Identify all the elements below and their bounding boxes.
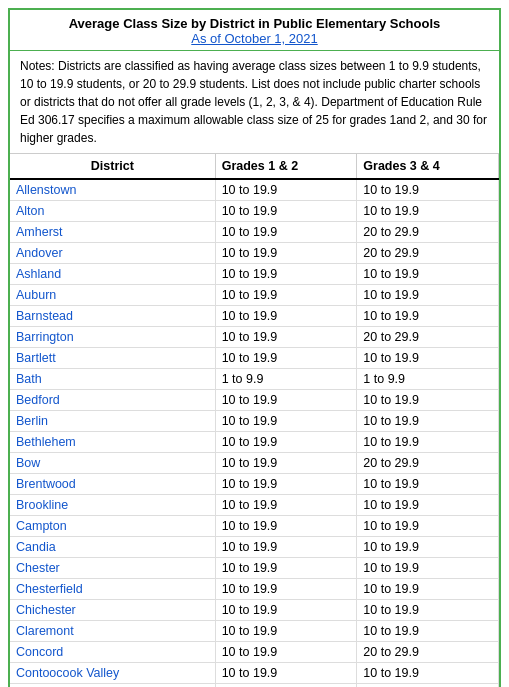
cell-district: Campton: [10, 516, 215, 537]
table-row: Amherst10 to 19.920 to 29.9: [10, 222, 499, 243]
notes-section: Notes: Districts are classified as havin…: [10, 51, 499, 154]
cell-grades12: 10 to 19.9: [215, 621, 357, 642]
cell-grades12: 10 to 19.9: [215, 390, 357, 411]
table-row: Campton10 to 19.910 to 19.9: [10, 516, 499, 537]
cell-grades34: 10 to 19.9: [357, 201, 499, 222]
cell-district: Berlin: [10, 411, 215, 432]
cell-grades12: 10 to 19.9: [215, 201, 357, 222]
cell-district: Amherst: [10, 222, 215, 243]
table-row: Brentwood10 to 19.910 to 19.9: [10, 474, 499, 495]
cell-district: Bartlett: [10, 348, 215, 369]
cell-grades12: 10 to 19.9: [215, 243, 357, 264]
cell-grades12: 10 to 19.9: [215, 495, 357, 516]
table-row: Andover10 to 19.920 to 29.9: [10, 243, 499, 264]
cell-grades34: 10 to 19.9: [357, 432, 499, 453]
title-section: Average Class Size by District in Public…: [10, 10, 499, 51]
cell-grades34: 1 to 9.9: [357, 369, 499, 390]
cell-district: Bethlehem: [10, 432, 215, 453]
table-row: Bow10 to 19.920 to 29.9: [10, 453, 499, 474]
cell-grades34: 10 to 19.9: [357, 306, 499, 327]
main-container: Average Class Size by District in Public…: [8, 8, 501, 687]
table-row: Contoocook Valley10 to 19.910 to 19.9: [10, 663, 499, 684]
table-row: Berlin10 to 19.910 to 19.9: [10, 411, 499, 432]
cell-district: Chester: [10, 558, 215, 579]
cell-grades12: 10 to 19.9: [215, 348, 357, 369]
header-district: District: [10, 154, 215, 179]
table-row: Chichester10 to 19.910 to 19.9: [10, 600, 499, 621]
table-row: Conway10 to 19.910 to 19.9: [10, 684, 499, 688]
table-row: Bedford10 to 19.910 to 19.9: [10, 390, 499, 411]
cell-district: Conway: [10, 684, 215, 688]
cell-grades12: 10 to 19.9: [215, 558, 357, 579]
cell-grades34: 10 to 19.9: [357, 516, 499, 537]
cell-grades12: 10 to 19.9: [215, 663, 357, 684]
header-grades12: Grades 1 & 2: [215, 154, 357, 179]
cell-district: Bow: [10, 453, 215, 474]
main-title: Average Class Size by District in Public…: [14, 16, 495, 31]
table-row: Bath1 to 9.91 to 9.9: [10, 369, 499, 390]
cell-district: Contoocook Valley: [10, 663, 215, 684]
cell-grades12: 10 to 19.9: [215, 306, 357, 327]
cell-grades34: 10 to 19.9: [357, 348, 499, 369]
cell-district: Ashland: [10, 264, 215, 285]
cell-grades12: 1 to 9.9: [215, 369, 357, 390]
table-row: Barrington10 to 19.920 to 29.9: [10, 327, 499, 348]
cell-grades34: 20 to 29.9: [357, 453, 499, 474]
cell-district: Bath: [10, 369, 215, 390]
table-row: Auburn10 to 19.910 to 19.9: [10, 285, 499, 306]
table-row: Barnstead10 to 19.910 to 19.9: [10, 306, 499, 327]
table-row: Claremont10 to 19.910 to 19.9: [10, 621, 499, 642]
cell-grades34: 20 to 29.9: [357, 243, 499, 264]
cell-grades34: 10 to 19.9: [357, 474, 499, 495]
cell-district: Brentwood: [10, 474, 215, 495]
cell-grades12: 10 to 19.9: [215, 327, 357, 348]
cell-grades34: 10 to 19.9: [357, 495, 499, 516]
cell-grades12: 10 to 19.9: [215, 222, 357, 243]
table-row: Bethlehem10 to 19.910 to 19.9: [10, 432, 499, 453]
cell-grades34: 20 to 29.9: [357, 642, 499, 663]
cell-district: Chesterfield: [10, 579, 215, 600]
cell-grades34: 10 to 19.9: [357, 663, 499, 684]
cell-grades12: 10 to 19.9: [215, 453, 357, 474]
cell-grades34: 10 to 19.9: [357, 264, 499, 285]
table-row: Concord10 to 19.920 to 29.9: [10, 642, 499, 663]
cell-district: Claremont: [10, 621, 215, 642]
cell-grades34: 10 to 19.9: [357, 285, 499, 306]
cell-district: Bedford: [10, 390, 215, 411]
cell-district: Chichester: [10, 600, 215, 621]
cell-grades34: 10 to 19.9: [357, 390, 499, 411]
table-row: Chester10 to 19.910 to 19.9: [10, 558, 499, 579]
cell-grades34: 10 to 19.9: [357, 179, 499, 201]
cell-district: Concord: [10, 642, 215, 663]
table-row: Alton10 to 19.910 to 19.9: [10, 201, 499, 222]
cell-grades12: 10 to 19.9: [215, 600, 357, 621]
cell-district: Andover: [10, 243, 215, 264]
table-row: Ashland10 to 19.910 to 19.9: [10, 264, 499, 285]
cell-district: Allenstown: [10, 179, 215, 201]
cell-grades34: 20 to 29.9: [357, 222, 499, 243]
header-grades34: Grades 3 & 4: [357, 154, 499, 179]
table-row: Chesterfield10 to 19.910 to 19.9: [10, 579, 499, 600]
cell-district: Candia: [10, 537, 215, 558]
cell-grades34: 10 to 19.9: [357, 537, 499, 558]
cell-grades12: 10 to 19.9: [215, 179, 357, 201]
cell-district: Barrington: [10, 327, 215, 348]
cell-district: Auburn: [10, 285, 215, 306]
cell-grades12: 10 to 19.9: [215, 474, 357, 495]
table-row: Allenstown10 to 19.910 to 19.9: [10, 179, 499, 201]
cell-grades12: 10 to 19.9: [215, 642, 357, 663]
cell-grades12: 10 to 19.9: [215, 684, 357, 688]
cell-grades34: 10 to 19.9: [357, 600, 499, 621]
cell-grades34: 10 to 19.9: [357, 411, 499, 432]
cell-grades12: 10 to 19.9: [215, 411, 357, 432]
cell-grades34: 10 to 19.9: [357, 579, 499, 600]
cell-grades12: 10 to 19.9: [215, 537, 357, 558]
cell-grades12: 10 to 19.9: [215, 285, 357, 306]
cell-grades12: 10 to 19.9: [215, 432, 357, 453]
data-table: District Grades 1 & 2 Grades 3 & 4 Allen…: [10, 154, 499, 687]
table-row: Brookline10 to 19.910 to 19.9: [10, 495, 499, 516]
cell-grades12: 10 to 19.9: [215, 264, 357, 285]
subtitle: As of October 1, 2021: [14, 31, 495, 46]
cell-grades12: 10 to 19.9: [215, 579, 357, 600]
cell-grades34: 10 to 19.9: [357, 621, 499, 642]
